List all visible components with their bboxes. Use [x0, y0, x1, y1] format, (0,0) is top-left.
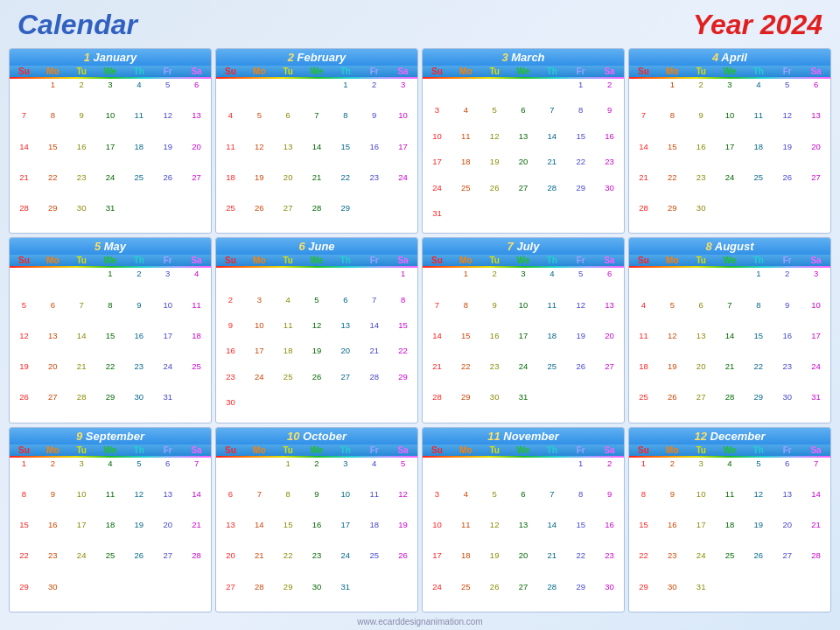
- day-cell: 4: [452, 104, 480, 130]
- day-cell: 28: [802, 550, 830, 580]
- day-cell: 29: [452, 391, 480, 422]
- day-cell: 7: [10, 109, 38, 140]
- dow-mo: Mo: [245, 66, 274, 77]
- dow-th: Th: [331, 255, 360, 266]
- day-cell: 10: [423, 130, 452, 156]
- day-cell: 30: [67, 202, 96, 233]
- day-cell: 27: [216, 581, 245, 612]
- day-cell: 20: [38, 360, 67, 391]
- day-cell: 22: [566, 156, 595, 181]
- day-cell: 11: [452, 519, 480, 550]
- dow-tu: Tu: [274, 66, 303, 77]
- day-cell: 27: [153, 550, 182, 580]
- day-cell: 18: [124, 141, 153, 172]
- day-cell: 14: [10, 141, 38, 172]
- dow-mo: Mo: [245, 255, 274, 266]
- day-cell: 13: [331, 319, 360, 345]
- day-cell: 28: [182, 550, 211, 580]
- day-cell: 19: [658, 360, 687, 391]
- day-cell: 8: [96, 299, 125, 330]
- day-cell: 7: [182, 458, 211, 488]
- day-cell: 6: [274, 109, 303, 140]
- month-october: 10 OctoberSuMoTuWeThFrSa1234567891011121…: [215, 427, 418, 612]
- day-cell: 9: [687, 109, 716, 140]
- day-cell: 18: [452, 550, 480, 580]
- page-title-left: Calendar: [18, 9, 137, 41]
- day-cell: 8: [38, 109, 67, 140]
- dow-fr: Fr: [360, 255, 388, 266]
- day-cell: 23: [303, 550, 332, 580]
- day-cell: 3: [388, 79, 417, 109]
- day-cell: 14: [537, 130, 566, 156]
- day-cell: 17: [716, 141, 745, 172]
- dow-th: Th: [744, 66, 773, 77]
- day-cell: 31: [96, 202, 125, 233]
- day-cell: 17: [802, 330, 830, 360]
- day-cell: 28: [629, 202, 658, 233]
- day-cell: 14: [716, 330, 745, 360]
- day-cell: 31: [423, 207, 452, 233]
- dow-th: Th: [124, 255, 153, 266]
- day-cell: 5: [153, 79, 182, 109]
- day-cell: 30: [38, 581, 67, 612]
- day-cell: 8: [274, 488, 303, 519]
- day-cell: 23: [67, 172, 96, 202]
- empty-day: [509, 458, 538, 488]
- dow-fr: Fr: [566, 255, 595, 266]
- day-cell: 24: [509, 360, 538, 391]
- dow-we: We: [96, 444, 125, 456]
- empty-day: [331, 268, 360, 293]
- day-cell: 6: [38, 299, 67, 330]
- day-cell: 6: [182, 79, 211, 109]
- month-february: 2 FebruarySuMoTuWeThFrSa1234567891011121…: [215, 48, 418, 234]
- dow-su: Su: [10, 66, 38, 77]
- month-april: 4 AprilSuMoTuWeThFrSa1234567891011121314…: [628, 48, 831, 234]
- day-cell: 6: [802, 79, 830, 109]
- day-cell: 2: [595, 79, 624, 104]
- day-cell: 1: [566, 458, 595, 488]
- day-cell: 14: [537, 519, 566, 550]
- dow-we: We: [509, 255, 538, 266]
- dow-mo: Mo: [658, 255, 687, 266]
- dow-sa: Sa: [388, 444, 417, 456]
- day-cell: 2: [360, 79, 388, 109]
- day-cell: 27: [38, 391, 67, 422]
- day-cell: 17: [423, 550, 452, 580]
- day-cell: 20: [274, 172, 303, 202]
- dow-th: Th: [331, 66, 360, 77]
- day-cell: 16: [124, 330, 153, 360]
- day-cell: 5: [566, 268, 595, 298]
- day-cell: 10: [67, 488, 96, 519]
- day-cell: 16: [480, 330, 509, 360]
- dow-su: Su: [629, 444, 658, 456]
- day-cell: 15: [629, 519, 658, 550]
- month-january: 1 JanuarySuMoTuWeThFrSa12345678910111213…: [9, 48, 212, 234]
- day-cell: 9: [38, 488, 67, 519]
- day-cell: 14: [802, 488, 830, 519]
- dow-we: We: [303, 66, 332, 77]
- day-cell: 5: [245, 109, 274, 140]
- day-cell: 29: [10, 581, 38, 612]
- dow-th: Th: [537, 255, 566, 266]
- dow-th: Th: [331, 444, 360, 456]
- day-cell: 30: [303, 581, 332, 612]
- day-cell: 3: [331, 458, 360, 488]
- day-cell: 21: [716, 360, 745, 391]
- day-cell: 23: [216, 371, 245, 396]
- day-cell: 26: [480, 182, 509, 207]
- day-cell: 6: [773, 458, 802, 488]
- empty-day: [216, 79, 245, 109]
- day-cell: 27: [773, 550, 802, 580]
- dow-we: We: [716, 444, 745, 456]
- day-cell: 29: [629, 581, 658, 612]
- day-cell: 23: [124, 360, 153, 391]
- day-cell: 25: [629, 391, 658, 422]
- day-cell: 24: [687, 550, 716, 580]
- day-cell: 28: [303, 202, 332, 233]
- day-cell: 9: [595, 488, 624, 519]
- day-cell: 25: [124, 172, 153, 202]
- day-cell: 4: [744, 79, 773, 109]
- dow-tu: Tu: [67, 66, 96, 77]
- day-cell: 10: [509, 299, 538, 330]
- day-cell: 25: [274, 371, 303, 396]
